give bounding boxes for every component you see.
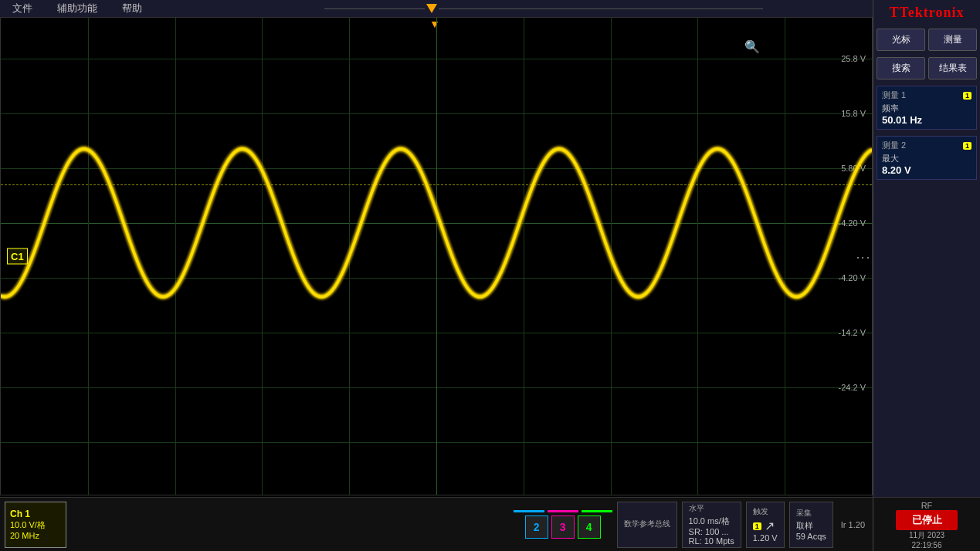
ch1-info-box: Ch 1 10.0 V/格 20 MHz xyxy=(5,502,66,548)
acquire-count: 59 Acqs xyxy=(796,532,826,541)
horizontal-section[interactable]: 水平 10.0 ms/格 SR: 100 ... RL: 10 Mpts xyxy=(682,502,741,548)
meas2-badge: 1 xyxy=(963,142,972,150)
math-ref-title: 数学参考总线 xyxy=(624,519,670,529)
acquire-mode: 取样 xyxy=(796,520,826,532)
second-button-row: 搜索 结果表 xyxy=(873,54,980,83)
ch2-button[interactable]: 2 xyxy=(525,516,548,539)
acquire-section[interactable]: 采集 取样 59 Acqs xyxy=(789,502,833,548)
logo-text: Tektronix xyxy=(899,5,964,20)
results-table-button[interactable]: 结果表 xyxy=(928,57,977,79)
trigger-edge-symbol: ↗ xyxy=(765,519,775,533)
bottom-right-panel: RF 已停止 11月 2023 22:19:56 xyxy=(873,497,980,551)
timestamp-time: 22:19:56 xyxy=(912,541,942,549)
search-button[interactable]: 搜索 xyxy=(877,57,925,79)
trigger-title: 触发 xyxy=(753,506,778,517)
horizontal-title: 水平 xyxy=(689,503,734,514)
menu-help[interactable]: 帮助 xyxy=(117,0,147,17)
ch4-color-line xyxy=(582,510,612,512)
math-ref-section: 数学参考总线 xyxy=(617,502,677,548)
meas1-header: 测量 1 1 xyxy=(882,90,972,101)
ch4-button[interactable]: 4 xyxy=(578,516,601,539)
timestamp-display: 11月 2023 22:19:56 xyxy=(909,530,944,549)
measure-button[interactable]: 测量 xyxy=(928,29,977,51)
ch1-title: Ch 1 xyxy=(10,509,61,519)
meas1-name: 频率 xyxy=(882,103,972,114)
bottom-status-bar: Ch 1 10.0 V/格 20 MHz 2 3 4 数学参考总线 水平 10.… xyxy=(0,497,873,551)
meas2-name: 最大 xyxy=(882,153,972,164)
acquire-title: 采集 xyxy=(796,508,826,519)
rf-label: RF xyxy=(921,501,933,510)
meas2-value: 8.20 V xyxy=(882,164,972,176)
meas1-label: 测量 1 xyxy=(882,90,906,101)
menu-file[interactable]: 文件 xyxy=(8,0,37,17)
horizontal-record-length: RL: 10 Mpts xyxy=(689,536,734,546)
right-panel: TTektronix 光标 测量 搜索 结果表 测量 1 1 频率 50.01 … xyxy=(873,0,980,551)
menu-utilities[interactable]: 辅助功能 xyxy=(53,0,102,17)
stop-button[interactable]: 已停止 xyxy=(896,510,958,530)
ch1-bandwidth: 20 MHz xyxy=(10,531,61,540)
brand-logo: TTektronix xyxy=(873,0,980,25)
horizontal-time-per-div: 10.0 ms/格 xyxy=(689,516,734,527)
ch3-color-line xyxy=(548,510,578,512)
measurement-2-box: 测量 2 1 最大 8.20 V xyxy=(877,136,977,180)
cursor-button[interactable]: 光标 xyxy=(877,29,925,51)
top-button-row: 光标 测量 xyxy=(873,25,980,54)
measurement-1-box: 测量 1 1 频率 50.01 Hz xyxy=(877,86,977,130)
trigger-channel-badge: 1 xyxy=(753,522,761,530)
trigger-level: 1.20 V xyxy=(753,533,778,543)
oscilloscope-display: ▼ 25.8 V 15.8 V -4.20 V -4.20 V -14.2 V … xyxy=(0,17,873,495)
ch2-color-line xyxy=(514,510,544,512)
logo-t: T xyxy=(889,5,899,20)
trigger-pos-bar xyxy=(324,0,865,17)
ch1-volts-per-div: 10.0 V/格 xyxy=(10,519,61,531)
timestamp-date: 11月 2023 xyxy=(909,531,944,539)
meas2-header: 测量 2 1 xyxy=(882,140,972,151)
meas1-value: 50.01 Hz xyxy=(882,114,972,126)
horizontal-sample-rate: SR: 100 ... xyxy=(689,527,734,536)
meas2-label: 测量 2 xyxy=(882,140,906,151)
waveform-display xyxy=(1,18,872,495)
trigger-section[interactable]: 触发 1 ↗ 1.20 V xyxy=(746,502,785,548)
meas1-badge: 1 xyxy=(963,92,972,100)
ch3-button[interactable]: 3 xyxy=(551,516,575,539)
ir-label: Ir 1.20 xyxy=(838,517,868,532)
channel-selector-area: 2 3 4 xyxy=(514,510,612,539)
